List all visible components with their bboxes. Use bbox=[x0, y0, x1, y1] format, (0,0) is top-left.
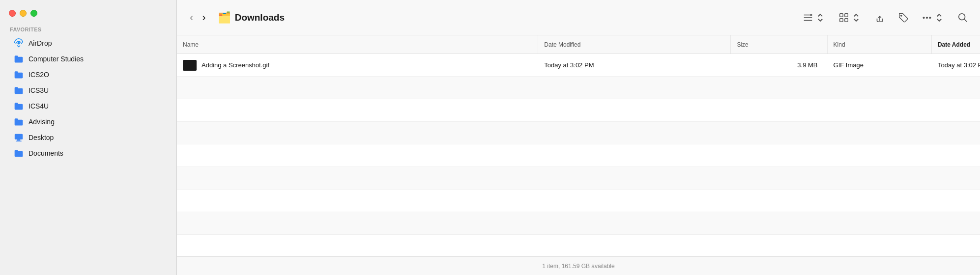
search-icon bbox=[957, 12, 968, 23]
svg-rect-7 bbox=[840, 13, 843, 16]
location-title-text: Downloads bbox=[235, 12, 285, 23]
col-name[interactable]: Name bbox=[177, 35, 538, 54]
table-row[interactable]: Adding a Screenshot.gif Today at 3:02 PM… bbox=[177, 54, 980, 77]
svg-point-14 bbox=[926, 17, 928, 18]
col-date-modified[interactable]: Date Modified bbox=[538, 35, 731, 54]
more-chevron-icon bbox=[934, 12, 945, 23]
sidebar-item-computer-studies[interactable]: Computer Studies bbox=[4, 52, 173, 66]
grid-view-icon bbox=[838, 12, 849, 23]
forward-button[interactable]: › bbox=[199, 10, 208, 25]
folder-icon-ics2o bbox=[14, 70, 24, 80]
list-view-icon bbox=[803, 12, 813, 23]
toolbar: ‹ › 🗂️ Downloads bbox=[177, 0, 980, 35]
sidebar-item-desktop[interactable]: Desktop bbox=[4, 130, 173, 145]
sidebar-item-airdrop[interactable]: AirDrop bbox=[4, 36, 173, 51]
svg-point-15 bbox=[929, 17, 931, 18]
sidebar-item-ics4u-label: ICS4U bbox=[29, 102, 49, 110]
file-date-added: Today at 3:02 PM bbox=[932, 61, 980, 69]
folder-icon-documents bbox=[14, 148, 24, 158]
svg-rect-2 bbox=[17, 139, 21, 140]
sidebar-item-ics4u[interactable]: ICS4U bbox=[4, 99, 173, 113]
folder-icon-ics3u bbox=[14, 85, 24, 95]
empty-row bbox=[177, 190, 980, 212]
file-name: Adding a Screenshot.gif bbox=[202, 61, 269, 69]
sidebar-item-documents[interactable]: Documents bbox=[4, 146, 173, 161]
sidebar: Favorites AirDrop Computer Studies bbox=[0, 0, 177, 275]
file-name-cell: Adding a Screenshot.gif bbox=[177, 60, 538, 71]
sidebar-item-advising-label: Advising bbox=[29, 118, 55, 126]
sidebar-item-desktop-label: Desktop bbox=[29, 134, 54, 141]
share-button[interactable] bbox=[872, 10, 887, 25]
sidebar-item-ics3u-label: ICS3U bbox=[29, 86, 49, 94]
status-text: 1 item, 161.59 GB available bbox=[542, 263, 614, 270]
folder-icon-advising bbox=[14, 117, 24, 127]
desktop-icon bbox=[14, 133, 24, 142]
back-button[interactable]: ‹ bbox=[187, 10, 196, 25]
minimize-button[interactable] bbox=[20, 10, 27, 17]
svg-point-16 bbox=[959, 13, 965, 20]
sidebar-item-documents-label: Documents bbox=[29, 149, 63, 157]
list-view-button[interactable] bbox=[801, 10, 828, 25]
toolbar-actions bbox=[801, 10, 970, 25]
tag-button[interactable] bbox=[896, 10, 911, 25]
svg-rect-10 bbox=[845, 18, 848, 21]
file-kind: GIF Image bbox=[828, 61, 932, 69]
empty-row bbox=[177, 99, 980, 122]
location-title: 🗂️ Downloads bbox=[218, 11, 285, 24]
col-size[interactable]: Size bbox=[731, 35, 827, 54]
sidebar-item-ics2o-label: ICS2O bbox=[29, 71, 49, 79]
main-content: ‹ › 🗂️ Downloads bbox=[177, 0, 980, 275]
svg-rect-8 bbox=[845, 13, 848, 16]
sidebar-item-ics2o[interactable]: ICS2O bbox=[4, 67, 173, 82]
location-icon: 🗂️ bbox=[218, 11, 231, 24]
share-icon bbox=[874, 12, 885, 23]
col-date-added[interactable]: Date Added bbox=[932, 35, 980, 54]
grid-view-button[interactable] bbox=[836, 10, 864, 25]
empty-row bbox=[177, 212, 980, 235]
sidebar-item-ics3u[interactable]: ICS3U bbox=[4, 83, 173, 98]
nav-buttons: ‹ › bbox=[187, 10, 209, 25]
svg-line-17 bbox=[964, 19, 967, 22]
folder-icon-computer-studies bbox=[14, 54, 24, 64]
svg-rect-1 bbox=[15, 134, 23, 139]
file-date-modified: Today at 3:02 PM bbox=[538, 61, 731, 69]
sidebar-item-computer-studies-label: Computer Studies bbox=[29, 55, 84, 63]
svg-rect-9 bbox=[840, 18, 843, 21]
file-size: 3.9 MB bbox=[731, 61, 827, 69]
column-headers: Name Date Modified Size Kind Date Added bbox=[177, 35, 980, 54]
svg-point-13 bbox=[923, 17, 924, 18]
empty-row bbox=[177, 144, 980, 167]
empty-row bbox=[177, 122, 980, 144]
grid-chevron-icon bbox=[851, 12, 862, 23]
empty-row bbox=[177, 77, 980, 99]
favorites-label: Favorites bbox=[0, 27, 176, 35]
folder-icon-ics4u bbox=[14, 101, 24, 111]
airdrop-icon bbox=[14, 38, 24, 48]
svg-point-12 bbox=[901, 15, 902, 16]
more-icon bbox=[922, 12, 932, 23]
sidebar-item-airdrop-label: AirDrop bbox=[29, 39, 52, 47]
more-button[interactable] bbox=[920, 10, 947, 25]
file-list: Adding a Screenshot.gif Today at 3:02 PM… bbox=[177, 54, 980, 256]
tag-icon bbox=[898, 12, 909, 23]
search-button[interactable] bbox=[955, 10, 970, 25]
status-bar: 1 item, 161.59 GB available bbox=[177, 256, 980, 275]
sort-chevron-icon bbox=[815, 12, 826, 23]
svg-point-0 bbox=[18, 42, 19, 44]
empty-row bbox=[177, 167, 980, 190]
file-thumbnail bbox=[183, 60, 197, 71]
close-button[interactable] bbox=[9, 10, 16, 17]
maximize-button[interactable] bbox=[30, 10, 37, 17]
col-kind[interactable]: Kind bbox=[828, 35, 932, 54]
traffic-lights bbox=[0, 10, 176, 27]
sidebar-item-advising[interactable]: Advising bbox=[4, 114, 173, 129]
